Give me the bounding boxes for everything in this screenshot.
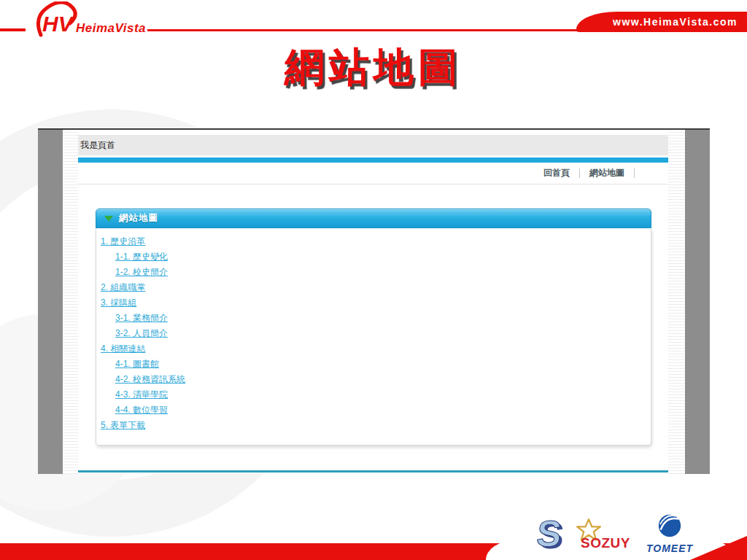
sitemap-link[interactable]: 3-2. 人員簡介 — [115, 326, 168, 341]
presentation-slide: HV HeimaVista www.HeimaVista.com 網站地圖 我是… — [0, 0, 747, 560]
webpage-screenshot: 我是頁首 回首頁網站地圖 網站地圖 1. 歷史沿革1-1. 歷史變化1-2. 校… — [38, 128, 710, 474]
cyan-divider-bar — [78, 158, 668, 163]
sitemap-link-list: 1. 歷史沿革1-1. 歷史變化1-2. 校史簡介2. 組織職掌3. 採購組3-… — [96, 228, 651, 446]
mascot-glyph: S — [535, 513, 563, 554]
nav-separator — [579, 168, 580, 178]
sitemap-panel-header: 網站地圖 — [96, 209, 651, 228]
soquy-wordmark: SOZUY — [581, 535, 630, 551]
chevron-down-icon — [104, 216, 113, 222]
soquy-logo: SOZUY — [581, 535, 630, 551]
sitemap-link[interactable]: 4. 相關連結 — [101, 341, 145, 357]
sitemap-panel-title: 網站地圖 — [119, 212, 158, 225]
page-title: 網站地圖 — [0, 41, 747, 95]
web-page: 我是頁首 回首頁網站地圖 網站地圖 1. 歷史沿革1-1. 歷史變化1-2. 校… — [78, 130, 668, 474]
sitemap-link[interactable]: 2. 組織職掌 — [101, 280, 145, 295]
mascot-logo: S S — [534, 513, 576, 557]
gray-margin-right — [685, 130, 710, 474]
sitemap-link[interactable]: 3. 採購組 — [101, 295, 136, 311]
sitemap-link[interactable]: 4-2. 校務資訊系統 — [115, 372, 185, 387]
logo-monogram: HV — [42, 12, 75, 36]
nav-separator — [634, 168, 635, 178]
footer-divider-line — [78, 470, 668, 472]
page-header-text: 我是頁首 — [80, 139, 115, 152]
nav-link[interactable]: 網站地圖 — [589, 167, 624, 179]
tomeet-logo: TOMEET — [639, 513, 700, 554]
sitemap-panel: 網站地圖 1. 歷史沿革1-1. 歷史變化1-2. 校史簡介2. 組織職掌3. … — [96, 209, 651, 446]
nav-link[interactable]: 回首頁 — [543, 167, 570, 179]
tomeet-globe-icon — [657, 513, 683, 539]
header-rule-left — [0, 28, 26, 31]
url-ribbon: www.HeimaVista.com — [576, 12, 747, 32]
gray-margin-left — [38, 130, 63, 474]
sitemap-link[interactable]: 5. 表單下載 — [101, 418, 145, 433]
page-header-bar: 我是頁首 — [78, 135, 668, 155]
sitemap-link[interactable]: 3-1. 業務簡介 — [115, 311, 168, 326]
site-url: www.HeimaVista.com — [613, 16, 738, 28]
sitemap-link[interactable]: 1-2. 校史簡介 — [115, 265, 168, 280]
tomeet-wordmark: TOMEET — [639, 542, 700, 554]
sitemap-link[interactable]: 4-3. 清華學院 — [115, 387, 168, 402]
heimavista-logo: HV HeimaVista — [32, 1, 156, 39]
sitemap-link[interactable]: 4-4. 數位學習 — [115, 402, 168, 418]
partner-logos: S S SOZUY TOMEET — [511, 513, 747, 559]
sitemap-link[interactable]: 4-1. 圖書館 — [115, 357, 159, 372]
top-nav: 回首頁網站地圖 — [78, 163, 668, 184]
sitemap-link[interactable]: 1. 歷史沿革 — [101, 234, 145, 249]
sitemap-link[interactable]: 1-1. 歷史變化 — [115, 249, 168, 265]
logo-name: HeimaVista — [76, 21, 146, 36]
